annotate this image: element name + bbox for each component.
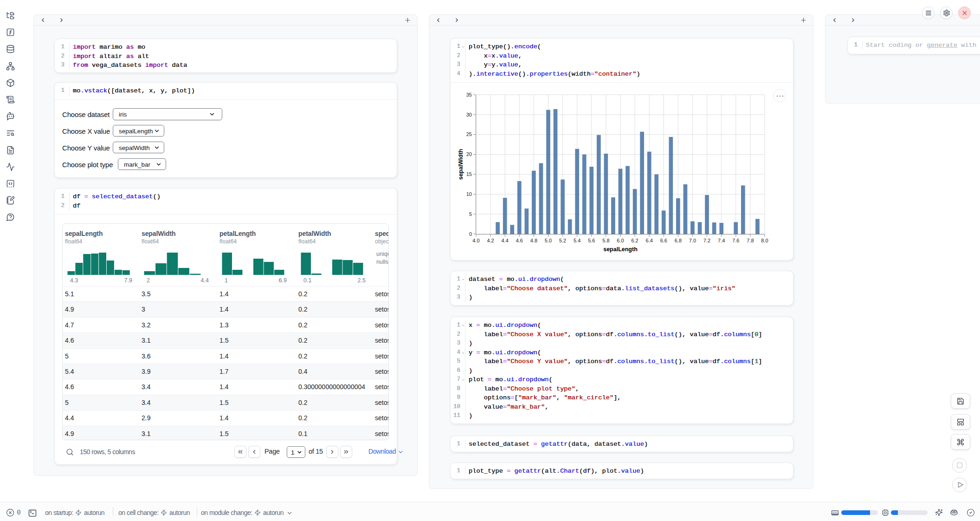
svg-text:5: 5 — [469, 211, 472, 217]
svg-text:7.0: 7.0 — [689, 238, 696, 243]
svg-text:sepalLength: sepalLength — [603, 246, 638, 253]
svg-text:7.8: 7.8 — [747, 238, 754, 243]
svg-text:10: 10 — [466, 191, 472, 197]
svg-text:4.0: 4.0 — [472, 238, 479, 243]
svg-text:7.4: 7.4 — [718, 238, 725, 243]
svg-text:sepalWidth: sepalWidth — [458, 149, 464, 180]
svg-text:7.6: 7.6 — [732, 238, 739, 243]
svg-text:5.2: 5.2 — [559, 238, 566, 243]
svg-text:4.8: 4.8 — [530, 238, 537, 243]
svg-text:30: 30 — [466, 112, 472, 117]
svg-text:5.8: 5.8 — [602, 238, 609, 243]
svg-text:5.6: 5.6 — [588, 238, 595, 243]
svg-text:0: 0 — [469, 231, 472, 237]
svg-text:6.4: 6.4 — [646, 238, 653, 243]
svg-text:7.2: 7.2 — [703, 238, 710, 243]
svg-text:4.4: 4.4 — [502, 238, 509, 243]
svg-text:4.6: 4.6 — [516, 238, 523, 243]
svg-text:35: 35 — [466, 92, 472, 98]
svg-text:5.0: 5.0 — [545, 238, 552, 243]
svg-text:6.8: 6.8 — [675, 238, 682, 243]
svg-text:6.2: 6.2 — [631, 238, 638, 243]
svg-text:15: 15 — [466, 171, 472, 177]
svg-text:20: 20 — [466, 151, 472, 157]
svg-text:6.6: 6.6 — [660, 238, 667, 243]
svg-text:25: 25 — [466, 131, 472, 137]
svg-text:4.2: 4.2 — [487, 238, 494, 243]
svg-text:5.4: 5.4 — [574, 238, 580, 243]
svg-text:8.0: 8.0 — [761, 238, 768, 243]
svg-text:6.0: 6.0 — [617, 238, 624, 243]
